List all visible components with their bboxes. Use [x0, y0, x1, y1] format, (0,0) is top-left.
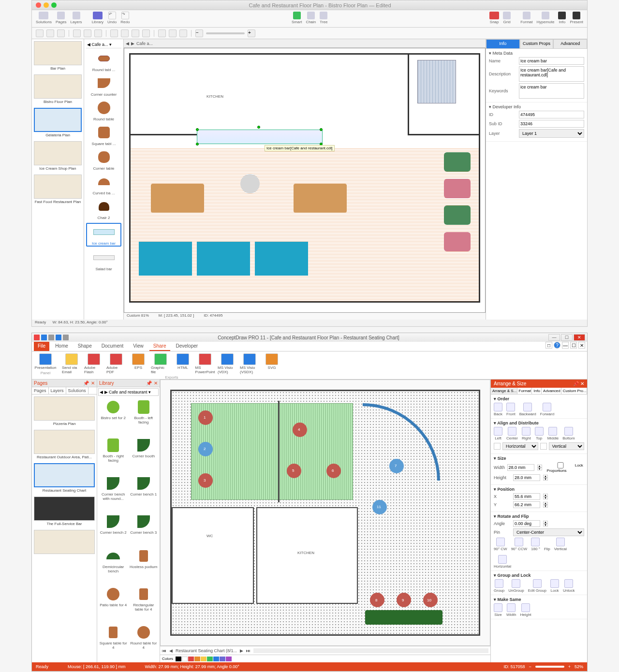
- layer-select[interactable]: Layer 1: [519, 129, 584, 138]
- tab-document[interactable]: Document: [98, 342, 128, 351]
- subid-field[interactable]: [519, 120, 584, 128]
- tab-shape[interactable]: Shape: [74, 342, 96, 351]
- qat-save-icon[interactable]: [56, 335, 61, 340]
- sheet-nav-next-icon[interactable]: ▶: [240, 648, 243, 653]
- sheet-tab[interactable]: Restaurant Seating Chart (8/1...: [176, 648, 237, 653]
- color-swatch[interactable]: [188, 657, 194, 661]
- info-button[interactable]: Info: [558, 12, 566, 24]
- editgroup-button[interactable]: Edit Group: [528, 579, 546, 593]
- tab-solutions[interactable]: Solutions: [66, 387, 88, 394]
- canvas[interactable]: 1 2 3 4 5 6 WC KITCHEN 7 11: [160, 380, 490, 646]
- visio-vsdx-button[interactable]: MS Visio (VSDX): [240, 353, 259, 374]
- unlock-button[interactable]: Unlock: [563, 579, 575, 593]
- tab-info[interactable]: Info: [532, 388, 542, 394]
- presentation-button[interactable]: Presentation: [36, 353, 55, 370]
- canvas-tab[interactable]: Cafe a...: [136, 41, 153, 46]
- graphic-button[interactable]: Graphic file: [151, 353, 170, 374]
- sheet-nav-prev-icon[interactable]: ◀: [169, 648, 173, 653]
- dist-h-select[interactable]: Horizontal: [502, 442, 538, 450]
- keywords-field[interactable]: ice cream bar: [519, 83, 584, 99]
- page-thumb[interactable]: Gelateria Plan: [34, 108, 82, 137]
- tab-view[interactable]: View: [129, 342, 147, 351]
- front-button[interactable]: Front: [506, 403, 516, 416]
- smart-button[interactable]: Smart: [292, 12, 302, 24]
- lock-proportions-checkbox[interactable]: Lock Proportions: [547, 462, 584, 473]
- zoom-slider[interactable]: [535, 666, 564, 668]
- page-thumb[interactable]: Restaurant Outdoor Area, Pati...: [34, 430, 95, 459]
- maximize-icon[interactable]: [51, 2, 57, 8]
- tab-developer[interactable]: Developer: [172, 342, 202, 351]
- solutions-button[interactable]: Solutions: [36, 12, 52, 24]
- lib-item[interactable]: Booth - left facing: [130, 399, 158, 435]
- close-icon[interactable]: ✕: [154, 380, 158, 386]
- hypernote-button[interactable]: Hypernote: [537, 12, 555, 24]
- library-button[interactable]: Library: [92, 12, 103, 24]
- tab-advanced[interactable]: Advanced: [542, 388, 561, 394]
- eps-button[interactable]: EPS: [129, 353, 148, 374]
- close-icon[interactable]: [36, 2, 41, 8]
- powerpoint-button[interactable]: MS PowerPoint: [195, 353, 215, 374]
- hand-tool-icon[interactable]: [158, 29, 166, 37]
- lib-item[interactable]: Square tabl ...: [86, 124, 121, 146]
- prev-tab-icon[interactable]: ◀: [126, 41, 129, 46]
- rot-90cw-button[interactable]: 90° CW: [494, 538, 507, 551]
- format-button[interactable]: Format: [520, 12, 532, 24]
- lib-item[interactable]: Round table: [86, 100, 121, 121]
- selected-shape[interactable]: [197, 130, 323, 144]
- lib-item[interactable]: Booth - right facing: [99, 437, 128, 473]
- color-swatch[interactable]: [176, 657, 181, 661]
- desc-field[interactable]: Ice cream bar[Cafe and restaurant.cdl]: [519, 66, 584, 82]
- qat-new-icon[interactable]: [41, 335, 47, 340]
- ungroup-tool-icon[interactable]: [132, 29, 139, 37]
- tab-pages[interactable]: Pages: [32, 387, 49, 394]
- adobe-pdf-button[interactable]: Adobe PDF: [106, 353, 126, 374]
- zoomout-icon[interactable]: −: [195, 29, 203, 37]
- width-field[interactable]: [507, 464, 534, 471]
- lib-item[interactable]: Corner counter: [86, 75, 121, 97]
- tab-arrange[interactable]: Arrange & S...: [491, 388, 517, 394]
- minimize-icon[interactable]: —: [548, 334, 560, 341]
- rot-90ccw-button[interactable]: 90° CCW: [511, 538, 527, 551]
- line-tool-icon[interactable]: [73, 29, 81, 37]
- zoom-label[interactable]: Custom 81%: [127, 313, 149, 319]
- library-dropdown[interactable]: ◀ Cafe a... ▾: [86, 41, 121, 48]
- forward-button[interactable]: Forward: [540, 403, 554, 416]
- library-dropdown[interactable]: ◀ ▶ Cafe and restaurant ▾: [98, 388, 159, 396]
- sheet-nav-last-icon[interactable]: ⏭: [246, 648, 251, 653]
- zoom-tool-icon[interactable]: [169, 29, 177, 37]
- tab-advanced[interactable]: Advanced: [553, 39, 587, 49]
- align-center-button[interactable]: Center: [506, 427, 518, 440]
- zoom-slider[interactable]: [206, 32, 245, 34]
- color-swatch[interactable]: [207, 657, 213, 661]
- group-button[interactable]: Group: [494, 579, 504, 593]
- send-email-button[interactable]: Send via Email: [62, 353, 81, 374]
- page-thumb[interactable]: Bistro Floor Plan: [34, 74, 82, 104]
- lib-item[interactable]: Corner bench with round...: [99, 475, 128, 511]
- lib-item[interactable]: Corner booth: [130, 437, 158, 473]
- color-swatch[interactable]: [182, 657, 188, 661]
- height-field[interactable]: [513, 474, 540, 481]
- lib-item[interactable]: Corner bench 2: [99, 513, 128, 545]
- lib-item[interactable]: Round table for 4: [130, 624, 158, 660]
- tab-info[interactable]: Info: [486, 39, 520, 49]
- tab-format[interactable]: Format: [517, 388, 532, 394]
- next-tab-icon[interactable]: ▶: [131, 41, 134, 46]
- sheet-nav-first-icon[interactable]: ⏮: [162, 648, 166, 653]
- tab-home[interactable]: Home: [51, 342, 72, 351]
- align-tool-icon[interactable]: [142, 29, 150, 37]
- page-thumb[interactable]: [34, 530, 95, 554]
- zoomin-icon[interactable]: +: [248, 29, 255, 37]
- lock-button[interactable]: Lock: [550, 579, 559, 593]
- undo-button[interactable]: ↶Undo: [107, 12, 117, 24]
- maximize-icon[interactable]: ☐: [561, 334, 573, 341]
- mdi-close-icon[interactable]: ✕: [578, 342, 585, 349]
- chain-button[interactable]: Chain: [306, 12, 316, 24]
- tab-layers[interactable]: Layers: [49, 387, 66, 394]
- lib-item[interactable]: Curved ba ...: [86, 174, 121, 195]
- lib-item[interactable]: Square table for 4: [99, 624, 128, 660]
- help-icon[interactable]: ?: [554, 342, 560, 349]
- close-icon[interactable]: ✕: [91, 380, 95, 386]
- same-size-button[interactable]: Size: [494, 603, 502, 617]
- flip-h-button[interactable]: Horizontal: [494, 555, 511, 569]
- adobe-flash-button[interactable]: Adobe Flash: [84, 353, 103, 374]
